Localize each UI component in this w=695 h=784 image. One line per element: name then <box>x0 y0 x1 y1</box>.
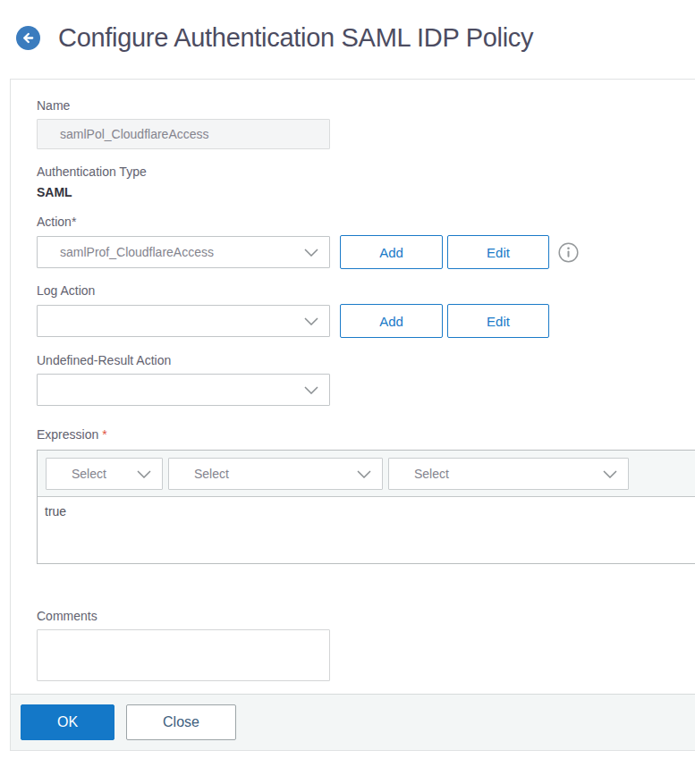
required-asterisk: * <box>102 427 106 442</box>
comments-label: Comments <box>37 609 669 623</box>
comments-input[interactable] <box>37 629 330 681</box>
expression-select-2[interactable]: Select <box>168 458 383 490</box>
form-body: Name samlPol_CloudflareAccess Authentica… <box>11 80 695 694</box>
expression-select-1[interactable]: Select <box>46 458 163 490</box>
page-title: Configure Authentication SAML IDP Policy <box>58 23 533 53</box>
back-icon[interactable] <box>16 26 40 50</box>
authentication-type-value: SAML <box>37 185 669 199</box>
name-label: Name <box>37 98 669 113</box>
action-edit-button[interactable]: Edit <box>447 235 549 269</box>
log-action-label: Log Action <box>37 283 669 298</box>
expression-toolbar: Select Select Select <box>38 451 695 497</box>
action-label: Action* <box>37 215 669 229</box>
name-input[interactable]: samlPol_CloudflareAccess <box>37 119 330 149</box>
form-panel: Name samlPol_CloudflareAccess Authentica… <box>10 79 695 751</box>
expression-label: Expression * <box>37 427 669 442</box>
info-icon[interactable] <box>558 242 579 263</box>
footer-bar: OK Close <box>11 694 695 750</box>
log-action-row: Add Edit <box>37 304 669 338</box>
log-action-add-button[interactable]: Add <box>340 304 443 338</box>
undefined-result-action-select[interactable] <box>37 374 330 406</box>
expression-input[interactable]: true <box>38 497 695 563</box>
chevron-down-icon <box>137 470 151 478</box>
expression-select-3[interactable]: Select <box>388 458 629 490</box>
action-select-value: samlProf_CloudflareAccess <box>60 245 214 259</box>
close-button[interactable]: Close <box>126 704 236 740</box>
authentication-type-label: Authentication Type <box>37 164 669 179</box>
action-row: samlProf_CloudflareAccess Add Edit <box>37 235 669 269</box>
log-action-select[interactable] <box>37 305 330 337</box>
chevron-down-icon <box>304 386 318 394</box>
undefined-result-action-label: Undefined-Result Action <box>37 353 669 367</box>
log-action-edit-button[interactable]: Edit <box>447 304 549 338</box>
name-input-value: samlPol_CloudflareAccess <box>60 127 209 141</box>
ok-button[interactable]: OK <box>21 704 114 740</box>
chevron-down-icon <box>603 470 617 478</box>
undefined-result-action-row <box>37 374 669 406</box>
chevron-down-icon <box>304 249 318 257</box>
configure-saml-idp-policy-page: Configure Authentication SAML IDP Policy… <box>0 0 695 53</box>
chevron-down-icon <box>357 470 371 478</box>
page-header: Configure Authentication SAML IDP Policy <box>0 0 695 53</box>
action-add-button[interactable]: Add <box>340 235 443 269</box>
expression-editor: Select Select Select <box>37 450 695 564</box>
action-select[interactable]: samlProf_CloudflareAccess <box>37 236 330 268</box>
expression-value: true <box>45 504 66 518</box>
chevron-down-icon <box>304 317 318 325</box>
